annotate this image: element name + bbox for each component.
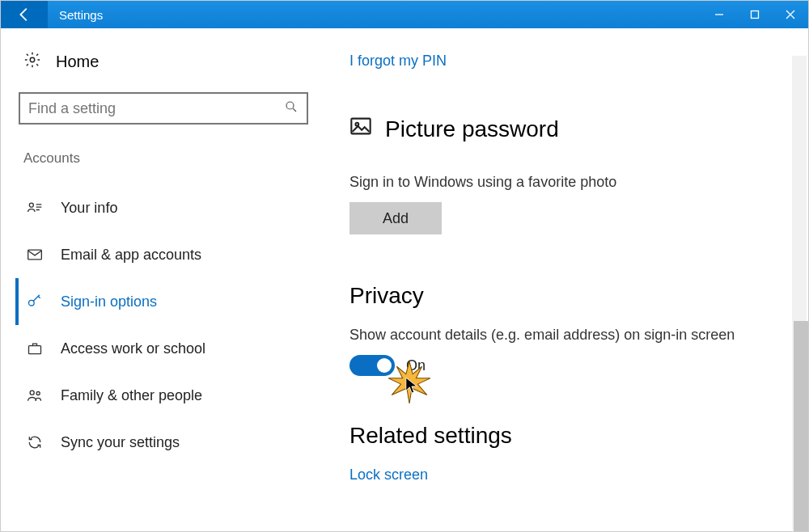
minimize-button[interactable]	[701, 1, 737, 28]
sync-icon	[25, 434, 44, 450]
maximize-button[interactable]	[737, 1, 773, 28]
sidebar-item-work-school[interactable]: Access work or school	[15, 325, 320, 372]
sidebar-item-your-info[interactable]: Your info	[15, 184, 320, 231]
close-button[interactable]	[773, 1, 808, 28]
person-card-icon	[25, 200, 44, 216]
svg-rect-0	[752, 11, 759, 19]
scrollbar-thumb[interactable]	[794, 321, 808, 532]
svg-rect-9	[351, 119, 370, 134]
back-button[interactable]	[1, 1, 48, 28]
briefcase-icon	[25, 340, 44, 357]
svg-point-5	[29, 300, 35, 306]
sidebar-item-label: Email & app accounts	[61, 247, 201, 264]
privacy-desc: Show account details (e.g. email address…	[349, 327, 770, 344]
lock-screen-link[interactable]: Lock screen	[349, 467, 784, 483]
people-icon	[25, 387, 44, 403]
cursor-icon	[404, 376, 419, 399]
sidebar-item-label: Family & other people	[61, 387, 202, 404]
mail-icon	[25, 247, 44, 263]
key-icon	[25, 293, 44, 310]
privacy-toggle[interactable]	[349, 355, 395, 376]
titlebar: Settings	[1, 1, 808, 28]
sidebar-item-label: Sync your settings	[61, 434, 180, 451]
search-icon	[284, 99, 299, 117]
search-input[interactable]	[28, 100, 284, 117]
picture-icon	[349, 115, 372, 143]
content-pane: I forgot my PIN Picture password Sign in…	[320, 28, 808, 531]
svg-point-7	[30, 391, 34, 395]
svg-rect-4	[28, 250, 42, 260]
picture-password-title: Picture password	[385, 116, 559, 142]
sidebar-item-sync[interactable]: Sync your settings	[15, 419, 320, 466]
forgot-pin-link[interactable]: I forgot my PIN	[349, 53, 784, 70]
svg-rect-6	[29, 346, 41, 354]
privacy-toggle-row: On	[349, 355, 784, 376]
sidebar-item-label: Access work or school	[61, 340, 205, 357]
related-settings-heading: Related settings	[349, 423, 784, 449]
svg-point-2	[286, 102, 294, 109]
window-title: Settings	[48, 1, 114, 28]
picture-password-heading: Picture password	[349, 115, 784, 143]
toggle-state-label: On	[406, 357, 426, 374]
privacy-heading: Privacy	[349, 283, 784, 309]
sidebar-item-family[interactable]: Family & other people	[15, 372, 320, 419]
add-button[interactable]: Add	[349, 202, 442, 234]
sidebar-item-email-accounts[interactable]: Email & app accounts	[15, 231, 320, 278]
gear-icon	[23, 51, 41, 73]
home-label: Home	[56, 53, 99, 71]
svg-point-3	[29, 203, 33, 207]
svg-point-8	[36, 392, 40, 395]
search-box[interactable]	[19, 92, 308, 125]
picture-password-desc: Sign in to Windows using a favorite phot…	[349, 174, 784, 191]
svg-point-1	[30, 57, 35, 62]
sidebar-category: Accounts	[23, 150, 320, 167]
sidebar-item-label: Sign-in options	[61, 293, 157, 310]
sidebar-home[interactable]: Home	[19, 51, 320, 73]
sidebar-item-signin-options[interactable]: Sign-in options	[15, 278, 320, 325]
sidebar-item-label: Your info	[61, 200, 117, 217]
sidebar: Home Accounts Your info Email & app acco…	[1, 28, 320, 531]
